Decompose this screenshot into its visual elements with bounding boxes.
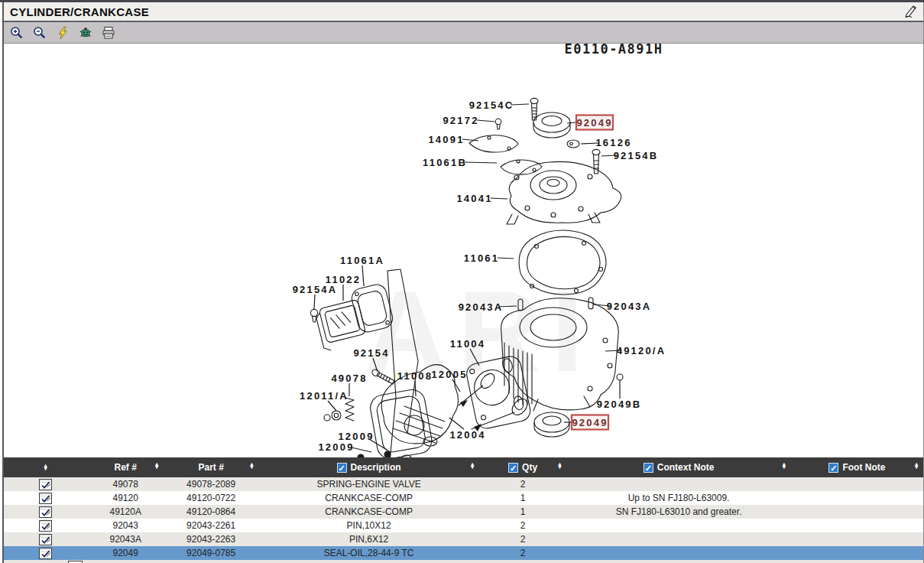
part-label-highlighted[interactable]: 92049 bbox=[564, 415, 608, 430]
hotspots-icon[interactable] bbox=[78, 25, 92, 40]
cell-description: PIN,10X12 bbox=[258, 519, 479, 532]
table-row[interactable]: 92043A92043-2263PIN,6X122 bbox=[4, 532, 923, 546]
column-header-icon[interactable]: ▴▾ bbox=[4, 457, 87, 477]
sort-arrows-icon[interactable]: ▴▾ bbox=[155, 463, 158, 469]
column-header-part[interactable]: Part #▴▾ bbox=[164, 457, 258, 477]
part-label[interactable]: 92154C bbox=[469, 99, 529, 111]
cell-qty: 2 bbox=[479, 477, 566, 491]
zoom-out-icon[interactable] bbox=[32, 25, 47, 40]
svg-text:14041: 14041 bbox=[456, 193, 492, 204]
sort-arrows-icon[interactable]: ▴▾ bbox=[783, 463, 786, 469]
cell-part: 92049-0785 bbox=[164, 546, 258, 560]
cell-part: 49078-2089 bbox=[164, 477, 258, 491]
column-label: Part # bbox=[198, 462, 223, 473]
part-label[interactable]: 12011/A bbox=[300, 390, 349, 412]
clipboard-check-icon[interactable] bbox=[39, 548, 52, 559]
column-header-description[interactable]: ✓Description▴▾ bbox=[258, 457, 479, 477]
flash-icon[interactable] bbox=[55, 25, 70, 40]
zoom-in-icon[interactable] bbox=[9, 25, 24, 40]
part-label[interactable]: 92049B bbox=[597, 380, 642, 410]
clipboard-check-icon[interactable] bbox=[39, 506, 52, 518]
print-icon[interactable] bbox=[101, 25, 115, 40]
sort-arrows-icon[interactable]: ▴▾ bbox=[559, 463, 562, 469]
clipboard-check-icon[interactable] bbox=[39, 479, 52, 490]
cell-context_note bbox=[566, 519, 791, 532]
sort-arrows-icon[interactable]: ▴▾ bbox=[251, 463, 254, 469]
part-label[interactable]: 49120/A bbox=[605, 345, 666, 356]
column-checkbox[interactable]: ✓ bbox=[337, 463, 347, 473]
table-row[interactable]: 49120A49120-0864CRANKCASE-COMP1SN FJ180-… bbox=[4, 505, 923, 519]
part-label[interactable]: 12009 bbox=[318, 441, 371, 453]
cell-foot_note bbox=[791, 532, 923, 546]
column-label: Qty bbox=[522, 462, 537, 473]
cell-qty: 2 bbox=[479, 532, 566, 546]
column-header-qty[interactable]: ✓Qty▴▾ bbox=[479, 457, 566, 477]
cell-foot_note bbox=[791, 546, 923, 560]
svg-text:92049B: 92049B bbox=[597, 399, 642, 410]
column-checkbox[interactable]: ✓ bbox=[828, 463, 838, 473]
parts-viewer-window: CYLINDER/CRANKCASE bbox=[2, 2, 924, 563]
cell-icon bbox=[4, 477, 87, 491]
sort-arrows-icon[interactable]: ▴▾ bbox=[915, 463, 918, 469]
cell-ref: 49120A bbox=[87, 505, 164, 519]
cell-part: 92043-2263 bbox=[164, 532, 258, 546]
cell-context_note bbox=[566, 477, 791, 491]
cell-ref: 49078 bbox=[87, 477, 164, 491]
cell-foot_note bbox=[791, 491, 923, 505]
clipboard-check-icon[interactable] bbox=[39, 520, 52, 532]
table-row-partial bbox=[4, 560, 923, 563]
svg-text:11061A: 11061A bbox=[340, 255, 384, 266]
page-title: CYLINDER/CRANKCASE bbox=[10, 5, 149, 18]
part-label[interactable]: 92154B bbox=[601, 150, 658, 161]
cell-description: CRANKCASE-COMP bbox=[258, 491, 479, 505]
clipboard-check-icon[interactable] bbox=[39, 493, 52, 504]
part-label[interactable]: 14041 bbox=[456, 193, 507, 204]
column-header-foot_note[interactable]: ✓Foot Note▴▾ bbox=[791, 457, 923, 477]
table-row[interactable]: 4912049120-0722CRANKCASE-COMP1Up to SN F… bbox=[4, 491, 923, 505]
svg-text:16126: 16126 bbox=[595, 137, 631, 148]
cell-qty: 2 bbox=[479, 546, 566, 560]
cell-qty: 1 bbox=[479, 505, 566, 519]
sort-arrows-icon[interactable]: ▴▾ bbox=[471, 463, 474, 469]
table-row[interactable]: 9204392043-2261PIN,10X122 bbox=[4, 519, 923, 532]
part-label[interactable]: 92172 bbox=[443, 115, 494, 126]
exploded-parts-diagram: ARI E0110-A891H bbox=[4, 44, 923, 457]
part-label[interactable]: 12004 bbox=[449, 418, 486, 441]
svg-text:12011/A: 12011/A bbox=[300, 390, 349, 402]
table-row[interactable]: 4907849078-2089SPRING-ENGINE VALVE2 bbox=[4, 477, 923, 491]
cell-foot_note bbox=[791, 519, 923, 532]
part-label[interactable]: 11061 bbox=[464, 252, 514, 264]
column-header-ref[interactable]: Ref #▴▾ bbox=[87, 457, 164, 477]
diagram-code: E0110-A891H bbox=[564, 44, 663, 57]
parts-table: 4907849078-2089SPRING-ENGINE VALVE249120… bbox=[4, 477, 923, 560]
cell-icon bbox=[4, 546, 87, 560]
cell-icon bbox=[4, 532, 87, 546]
cell-context_note bbox=[566, 546, 791, 560]
notes-pen-icon[interactable] bbox=[903, 4, 919, 19]
svg-text:92172: 92172 bbox=[443, 115, 478, 126]
svg-text:92154A: 92154A bbox=[293, 284, 338, 295]
column-checkbox[interactable]: ✓ bbox=[508, 463, 518, 473]
column-checkbox[interactable]: ✓ bbox=[644, 463, 653, 473]
part-label[interactable]: 92154A bbox=[293, 284, 338, 310]
sort-arrows-icon[interactable]: ▴▾ bbox=[44, 464, 47, 470]
cell-part: 49120-0864 bbox=[164, 505, 258, 519]
table-row[interactable]: 9204992049-0785SEAL-OIL,28-44-9 TC2 bbox=[4, 546, 923, 560]
clipboard-check-icon[interactable] bbox=[39, 534, 52, 545]
cell-ref: 92043A bbox=[87, 532, 164, 546]
cell-context_note: Up to SN FJ180-L63009. bbox=[566, 491, 791, 505]
cell-icon bbox=[4, 519, 87, 532]
part-label[interactable]: 11061B bbox=[423, 157, 497, 168]
column-label: Foot Note bbox=[842, 462, 885, 473]
part-label[interactable]: 16126 bbox=[581, 137, 632, 148]
part-label-highlighted[interactable]: 92049 bbox=[567, 116, 613, 130]
part-label[interactable]: 14091 bbox=[428, 134, 478, 145]
cell-part: 49120-0722 bbox=[164, 491, 258, 505]
cell-part: 92043-2261 bbox=[164, 519, 258, 532]
part-label[interactable]: 92043A bbox=[593, 301, 651, 312]
svg-text:49120/A: 49120/A bbox=[617, 345, 666, 356]
svg-text:12009: 12009 bbox=[318, 441, 354, 453]
column-header-context_note[interactable]: ✓Context Note▴▾ bbox=[566, 457, 791, 477]
svg-text:11008: 11008 bbox=[397, 370, 433, 382]
svg-text:11061B: 11061B bbox=[423, 157, 467, 168]
